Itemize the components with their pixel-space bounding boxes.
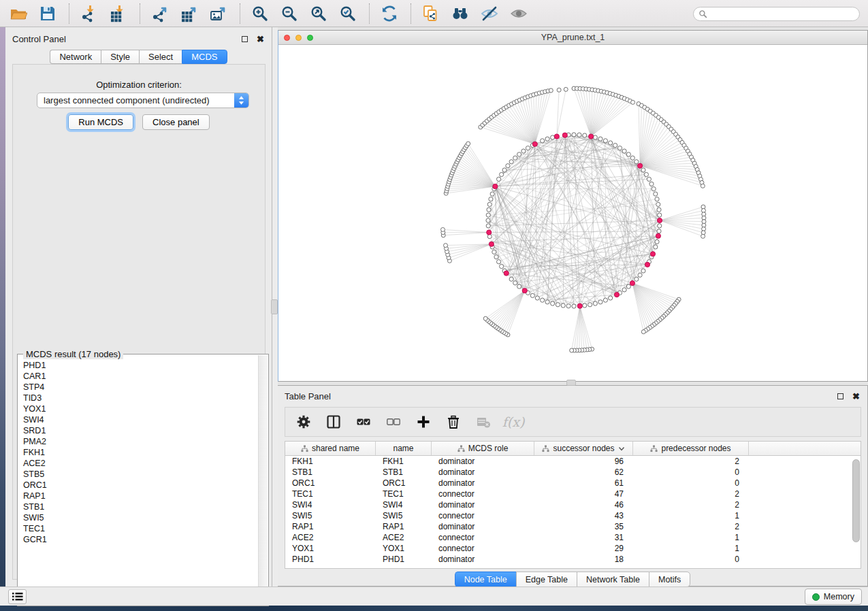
close-panel-button[interactable]: Close panel: [142, 114, 210, 130]
table-toolbar: f(x): [285, 407, 861, 437]
mcds-result-item[interactable]: TEC1: [23, 523, 258, 534]
float-table-panel-icon[interactable]: [836, 392, 845, 401]
tab-network[interactable]: Network: [50, 50, 101, 64]
mcds-result-item[interactable]: SWI4: [23, 414, 258, 425]
status-bar: Memory: [0, 587, 868, 606]
first-neighbors-icon[interactable]: [450, 3, 470, 24]
add-icon[interactable]: [416, 414, 431, 429]
mcds-result-item[interactable]: STP4: [23, 382, 258, 393]
table-cell: 35: [534, 522, 633, 531]
export-table-icon[interactable]: [179, 3, 199, 24]
mcds-result-item[interactable]: SRD1: [23, 425, 258, 436]
zoom-in-icon[interactable]: [250, 3, 270, 24]
show-panels-button[interactable]: [8, 589, 27, 604]
tab-motifs[interactable]: Motifs: [649, 572, 690, 587]
float-panel-icon[interactable]: [240, 35, 249, 44]
export-network-icon[interactable]: [150, 3, 170, 24]
minimize-window-icon[interactable]: [295, 35, 302, 41]
mcds-result-list[interactable]: PHD1CAR1STP4TID3YOX1SWI4SRD1PMA2FKH1ACE2…: [18, 359, 258, 605]
table-panel: Table Panel ✖ f(x) shared namenameMCDS r…: [278, 385, 868, 587]
table-cell: FKH1: [285, 457, 376, 466]
table-row[interactable]: FKH1FKH1dominator962: [285, 456, 861, 467]
mcds-result-item[interactable]: SWI5: [23, 512, 258, 523]
mcds-result-item[interactable]: CAR1: [23, 371, 258, 382]
column-header-shared-name[interactable]: shared name: [285, 442, 376, 455]
table-cell: 0: [633, 478, 749, 488]
mcds-result-item[interactable]: PMA2: [23, 436, 258, 447]
mcds-result-item[interactable]: FKH1: [23, 447, 258, 458]
horizontal-splitter-handle[interactable]: [566, 380, 576, 386]
vertical-splitter-handle[interactable]: [271, 299, 278, 314]
hide-selected-icon[interactable]: [479, 3, 500, 24]
mcds-result-item[interactable]: GCR1: [23, 534, 258, 545]
table-cell: dominator: [432, 478, 534, 488]
optimization-criterion-dropdown[interactable]: largest connected component (undirected): [37, 93, 249, 108]
deselect-all-icon[interactable]: [386, 414, 401, 429]
import-table-icon[interactable]: [108, 3, 129, 24]
mcds-result-item[interactable]: ACE2: [23, 458, 258, 469]
mcds-result-item[interactable]: ORC1: [23, 480, 258, 491]
import-network-icon[interactable]: [79, 3, 99, 24]
table-row[interactable]: YOX1YOX1connector291: [285, 543, 861, 554]
mcds-result-item[interactable]: TID3: [23, 393, 258, 403]
window-traffic-lights: [284, 35, 313, 41]
show-columns-icon[interactable]: [326, 414, 341, 429]
zoom-selected-icon[interactable]: [338, 3, 358, 24]
duplicate-network-icon[interactable]: [421, 3, 441, 24]
table-row[interactable]: RAP1RAP1dominator352: [285, 521, 861, 532]
mcds-result-item[interactable]: RAP1: [23, 491, 258, 501]
node-table: shared namenameMCDS rolesuccessor nodesp…: [285, 441, 861, 569]
tab-edge-table[interactable]: Edge Table: [516, 572, 577, 587]
refresh-view-icon[interactable]: [379, 3, 400, 24]
delete-icon[interactable]: [446, 414, 461, 429]
run-mcds-button[interactable]: Run MCDS: [68, 114, 133, 130]
mcds-result-item[interactable]: PHD1: [23, 360, 258, 371]
mcds-result-item[interactable]: YOX1: [23, 403, 258, 414]
search-input[interactable]: [693, 7, 860, 21]
close-panel-icon[interactable]: ✖: [256, 35, 265, 44]
tab-style[interactable]: Style: [101, 50, 139, 64]
select-all-icon[interactable]: [356, 414, 371, 429]
show-all-icon[interactable]: [509, 3, 529, 24]
mcds-list-scrollbar[interactable]: [258, 355, 268, 605]
table-row[interactable]: SWI4SWI4dominator462: [285, 499, 861, 510]
column-header-successor-nodes[interactable]: successor nodes: [534, 442, 633, 455]
table-cell: ACE2: [285, 533, 376, 542]
network-canvas[interactable]: [278, 45, 867, 381]
table-cell: 47: [534, 489, 633, 499]
right-workspace: YPA_prune.txt_1 Table Panel ✖ f(x) share…: [278, 27, 868, 587]
close-window-icon[interactable]: [284, 35, 290, 41]
search-box: [693, 7, 860, 21]
toolbar-separator: [69, 3, 69, 24]
table-row[interactable]: SWI5SWI5connector431: [285, 510, 861, 521]
tab-select[interactable]: Select: [139, 50, 182, 64]
close-table-panel-icon[interactable]: ✖: [852, 392, 861, 401]
zoom-fit-icon[interactable]: [308, 3, 329, 24]
control-panel-tabbar: NetworkStyleSelectMCDS: [5, 50, 272, 64]
table-row[interactable]: ORC1ORC1dominator610: [285, 478, 861, 489]
mcds-result-item[interactable]: STB5: [23, 469, 258, 480]
table-row[interactable]: ACE2ACE2connector311: [285, 532, 861, 543]
table-row[interactable]: STB1STB1dominator620: [285, 467, 861, 478]
memory-button[interactable]: Memory: [805, 589, 862, 605]
tab-mcds[interactable]: MCDS: [182, 50, 227, 64]
table-cell: 1: [633, 533, 749, 542]
table-scrollbar-thumb[interactable]: [852, 459, 860, 542]
network-window-titlebar[interactable]: YPA_prune.txt_1: [278, 31, 867, 45]
mcds-result-item[interactable]: STB1: [23, 501, 258, 512]
column-header-name[interactable]: name: [376, 442, 432, 455]
desktop-wallpaper-bottom: [0, 606, 868, 611]
maximize-window-icon[interactable]: [307, 35, 313, 41]
column-header-MCDS-role[interactable]: MCDS role: [432, 442, 534, 455]
tab-node-table[interactable]: Node Table: [455, 572, 516, 587]
desktop-wallpaper-left: [0, 27, 5, 606]
table-row[interactable]: TEC1TEC1connector472: [285, 489, 861, 499]
table-settings-icon[interactable]: [296, 414, 311, 429]
zoom-out-icon[interactable]: [279, 3, 300, 24]
open-session-icon[interactable]: [8, 3, 29, 24]
export-image-icon[interactable]: [208, 3, 229, 24]
save-session-icon[interactable]: [37, 3, 58, 24]
table-row[interactable]: PHD1PHD1dominator180: [285, 554, 861, 565]
tab-network-table[interactable]: Network Table: [577, 572, 649, 587]
column-header-predecessor-nodes[interactable]: predecessor nodes: [633, 442, 749, 455]
